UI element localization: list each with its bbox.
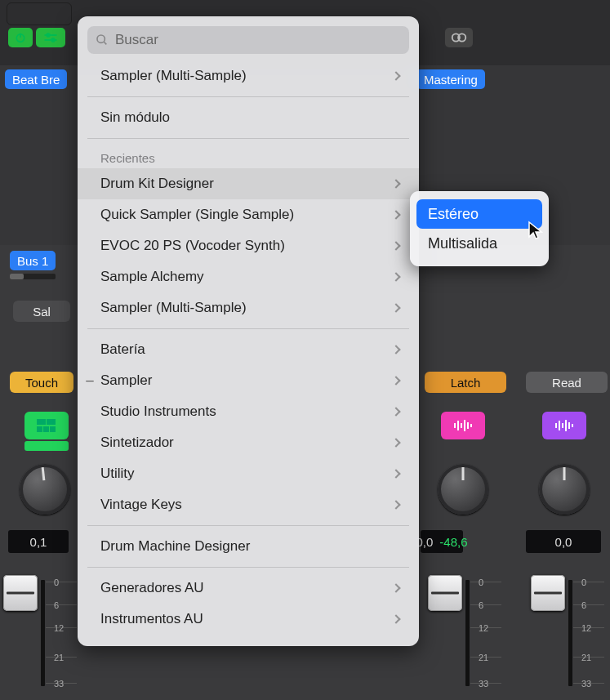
menu-item-no-module[interactable]: Sin módulo (78, 102, 419, 133)
volume-fader[interactable]: 0 6 12 21 33 (416, 572, 506, 700)
svg-point-5 (51, 38, 55, 42)
volume-fader[interactable]: 0 6 12 21 33 (0, 572, 82, 700)
output-label: Sal (33, 305, 51, 319)
keyboard-icon (24, 441, 69, 451)
pan-readout[interactable]: 0,0 (526, 530, 601, 553)
menu-item-drum-kit-designer[interactable]: Drum Kit Designer (78, 168, 419, 199)
fader-cap[interactable] (531, 575, 565, 611)
plugin-chip-mastering[interactable]: Mastering (416, 69, 485, 89)
settings-sliders-button[interactable] (36, 28, 65, 47)
level-meter (41, 580, 45, 686)
menu-separator (87, 567, 409, 568)
svg-rect-11 (43, 426, 49, 432)
menu-separator (87, 328, 409, 329)
automation-mode-read[interactable]: Read (526, 372, 608, 393)
fader-scale: 0 6 12 21 33 (573, 577, 604, 691)
automation-mode-latch[interactable]: Latch (425, 372, 506, 393)
menu-item-utility[interactable]: Utility (78, 458, 419, 489)
chevron-right-icon (391, 469, 400, 478)
waveform-icon (452, 418, 474, 433)
menu-item-studio-instr[interactable]: Studio Instruments (78, 396, 419, 427)
menu-separator (87, 138, 409, 139)
chevron-right-icon (391, 583, 400, 592)
menu-item-evoc[interactable]: EVOC 20 PS (Vocoder Synth) (78, 230, 419, 261)
midi-fx-slot-2[interactable] (441, 412, 485, 439)
midi-fx-slot-3[interactable] (542, 412, 586, 439)
pan-readout[interactable]: 0,0-48,6 (421, 530, 463, 553)
menu-item-sampler-cat[interactable]: – Sampler (78, 365, 419, 396)
send-level-meter[interactable] (10, 274, 56, 279)
svg-rect-10 (37, 426, 42, 432)
fader-scale: 0 6 12 21 33 (470, 577, 501, 691)
search-input[interactable] (115, 32, 401, 48)
chevron-right-icon (391, 241, 400, 250)
chevron-right-icon (391, 210, 400, 219)
menu-item-quick-sampler[interactable]: Quick Sampler (Single Sample) (78, 199, 419, 230)
level-meter (465, 580, 470, 686)
svg-rect-9 (47, 419, 56, 425)
pan-readout[interactable]: 0,1 (8, 530, 69, 553)
chevron-right-icon (391, 272, 400, 281)
svg-rect-12 (50, 426, 56, 432)
menu-item-au-generators[interactable]: Generadores AU (78, 573, 419, 604)
pan-knob[interactable] (20, 464, 70, 515)
chevron-right-icon (391, 438, 400, 447)
menu-item-sampler-multi[interactable]: Sampler (Multi-Sample) (78, 60, 419, 91)
output-button[interactable]: Sal (13, 301, 70, 322)
menu-separator (87, 525, 409, 526)
volume-fader[interactable]: 0 6 12 21 33 (519, 572, 609, 700)
chevron-right-icon (391, 614, 400, 623)
menu-item-sintetizador[interactable]: Sintetizador (78, 427, 419, 458)
chevron-right-icon (391, 407, 400, 416)
chevron-right-icon (391, 303, 400, 312)
fader-cap[interactable] (3, 575, 38, 611)
menu-item-bateria[interactable]: Batería (78, 334, 419, 365)
pan-knob[interactable] (539, 464, 590, 515)
automation-mode-touch[interactable]: Touch (10, 372, 73, 393)
stereo-icon[interactable] (445, 28, 473, 47)
power-button[interactable] (8, 28, 33, 47)
send-bus-chip[interactable]: Bus 1 (10, 251, 56, 270)
mouse-cursor-icon (528, 221, 544, 240)
chip-label: Mastering (424, 73, 478, 87)
expanded-dash-icon: – (84, 372, 96, 389)
chevron-right-icon (391, 345, 400, 354)
pan-knob[interactable] (438, 464, 488, 515)
chip-label: Bus 1 (17, 254, 48, 268)
menu-item-sample-alchemy[interactable]: Sample Alchemy (78, 261, 419, 292)
menu-item-vintage-keys[interactable]: Vintage Keys (78, 489, 419, 520)
chevron-right-icon (391, 71, 400, 80)
search-field[interactable] (87, 26, 409, 54)
chevron-right-icon (391, 179, 400, 188)
search-icon (96, 33, 109, 47)
submenu-item-stereo[interactable]: Estéreo (416, 199, 542, 229)
plugin-chip-beat[interactable]: Beat Bre (5, 69, 67, 89)
fader-cap[interactable] (428, 575, 462, 611)
chevron-right-icon (391, 500, 400, 509)
menu-section-recents: Recientes (78, 144, 419, 168)
instrument-picker-menu: Sampler (Multi-Sample) Sin módulo Recien… (78, 16, 419, 646)
svg-line-26 (104, 42, 106, 44)
menu-item-drum-machine-designer[interactable]: Drum Machine Designer (78, 531, 419, 562)
midi-fx-slot-1[interactable] (24, 412, 69, 439)
svg-point-25 (97, 35, 105, 42)
level-meter (568, 580, 572, 686)
submenu-item-multisalida[interactable]: Multisalida (416, 229, 542, 258)
gain-readout: -48,6 (439, 535, 467, 549)
menu-item-sampler-multi-recent[interactable]: Sampler (Multi-Sample) (78, 292, 419, 323)
svg-point-4 (47, 33, 50, 37)
chevron-right-icon (391, 376, 400, 385)
bars-icon (36, 418, 57, 433)
menu-separator (87, 96, 409, 97)
fader-scale: 0 6 12 21 33 (46, 577, 77, 691)
menu-item-au-instruments[interactable]: Instrumentos AU (78, 604, 419, 635)
chip-label: Beat Bre (12, 73, 60, 87)
insert-slot[interactable] (7, 2, 72, 25)
svg-rect-8 (37, 419, 46, 425)
waveform-icon (554, 418, 575, 433)
